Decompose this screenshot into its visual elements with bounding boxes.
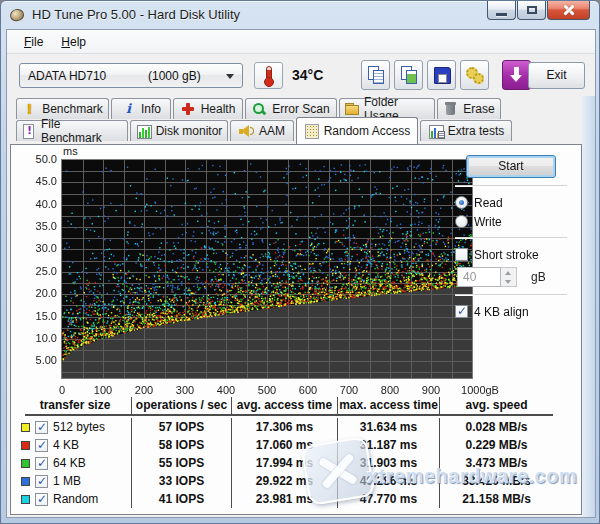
tab-health[interactable]: Health: [173, 98, 243, 119]
cell-operations-per-sec: 41 IOPS: [131, 490, 231, 508]
series-checkbox-4-kb[interactable]: [35, 439, 48, 452]
y-tick-label: 10.0: [15, 332, 57, 344]
cell-avg-speed: 0.028 MB/s: [439, 418, 553, 436]
y-tick-label: 40.0: [15, 198, 57, 210]
disk-monitor-icon: [136, 124, 151, 138]
series-checkbox-512-bytes[interactable]: [35, 421, 48, 434]
series-color-swatch: [21, 477, 30, 486]
y-tick-label: 30.0: [15, 242, 57, 254]
options-button[interactable]: [460, 60, 489, 90]
temperature-value: 34°C: [292, 67, 323, 83]
capture-button[interactable]: [502, 60, 531, 90]
y-tick-label: 50.0: [15, 153, 57, 165]
tab-disk-monitor[interactable]: Disk monitor: [130, 120, 228, 141]
spin-down-icon[interactable]: [501, 277, 516, 286]
column-header-avg-speed: avg. speed: [439, 397, 553, 414]
aam-icon: [239, 124, 254, 138]
chevron-down-icon: [226, 74, 234, 79]
extra-tests-icon: [428, 124, 443, 138]
y-tick-label: 5.00: [15, 354, 57, 366]
sound-wave-icon: [250, 127, 254, 135]
series-label: 512 bytes: [53, 420, 105, 434]
exit-button[interactable]: Exit: [528, 62, 585, 89]
y-tick-label: 25.0: [15, 265, 57, 277]
tab-label: Erase: [463, 102, 494, 116]
series-color-swatch: [21, 423, 30, 432]
column-header-max-access-time: max. access time: [337, 397, 439, 414]
save-button[interactable]: [427, 60, 456, 90]
erase-icon: [443, 102, 458, 116]
random-access-icon: [304, 124, 319, 138]
folder-usage-icon: [344, 102, 359, 116]
tab-label: Info: [141, 102, 161, 116]
series-label: 1 MB: [53, 474, 81, 488]
write-radio[interactable]: [455, 215, 468, 228]
hd-tune-window: HD Tune Pro 5.00 - Hard Disk Utility Fil…: [0, 0, 600, 524]
menu-item-file[interactable]: File: [15, 32, 52, 52]
minimize-button[interactable]: [487, 1, 516, 20]
cell-max-access-time: 31.634 ms: [337, 418, 439, 436]
drive-selector-dropdown[interactable]: ADATA HD710 (1000 gB): [19, 63, 243, 88]
save-icon: [432, 65, 452, 85]
close-button[interactable]: [547, 1, 590, 20]
y-axis-unit-label: ms: [63, 145, 78, 157]
x-tick-label: 900: [407, 384, 455, 396]
cell-operations-per-sec: 33 IOPS: [131, 472, 231, 490]
stroke-size-input[interactable]: [457, 267, 501, 287]
tab-label: File Benchmark: [41, 117, 123, 145]
toolbar: ADATA HD710 (1000 gB) 34°C Exit: [7, 55, 595, 96]
header-rule: [25, 414, 553, 416]
maximize-button[interactable]: [517, 1, 546, 20]
copy-text-icon: [366, 65, 386, 85]
tab-file-benchmark[interactable]: File Benchmark: [16, 120, 128, 141]
watermark-logo: [301, 436, 376, 506]
tab-erase[interactable]: Erase: [437, 98, 501, 119]
watermark-text: xtremehardware.com: [367, 465, 577, 488]
client-area: FileHelp ADATA HD710 (1000 gB) 34°C Exit…: [6, 29, 596, 518]
toolbar-button-group: [361, 60, 531, 90]
short-stroke-checkbox[interactable]: [455, 248, 468, 261]
copy-text-button[interactable]: [361, 60, 390, 90]
tab-benchmark[interactable]: Benchmark: [16, 98, 109, 119]
right-border-strip: [582, 96, 595, 517]
kb-align-checkbox[interactable]: [455, 305, 468, 318]
column-header-operations-sec: operations / sec: [131, 397, 231, 414]
drive-model: ADATA HD710: [28, 69, 106, 83]
thermometer-icon: [261, 66, 277, 86]
start-button[interactable]: Start: [466, 155, 556, 178]
tab-row-2: File BenchmarkDisk monitorAAMRandom Acce…: [16, 120, 512, 144]
tab-error-scan[interactable]: Error Scan: [245, 98, 337, 119]
spin-up-icon[interactable]: [501, 268, 516, 277]
short-stroke-label: Short stroke: [474, 248, 539, 262]
tab-label: Disk monitor: [156, 124, 223, 138]
tab-folder-usage[interactable]: Folder Usage: [339, 98, 435, 119]
cell-operations-per-sec: 55 IOPS: [131, 454, 231, 472]
access-time-scatter-plot: [61, 159, 473, 379]
series-checkbox-64-kb[interactable]: [35, 457, 48, 470]
table-row-label-cell: 1 MB: [19, 472, 131, 490]
tab-info[interactable]: Info: [111, 98, 171, 119]
tab-label: Benchmark: [42, 102, 103, 116]
series-checkbox-1-mb[interactable]: [35, 475, 48, 488]
series-checkbox-random[interactable]: [35, 493, 48, 506]
cell-avg-speed: 0.229 MB/s: [439, 436, 553, 454]
table-row-label-cell: Random: [19, 490, 131, 508]
error-scan-icon: [252, 102, 267, 116]
window-controls: [486, 1, 590, 20]
maximize-icon: [527, 6, 537, 14]
cell-operations-per-sec: 57 IOPS: [131, 418, 231, 436]
copy-image-button[interactable]: [394, 60, 423, 90]
titlebar: HD Tune Pro 5.00 - Hard Disk Utility: [1, 1, 599, 29]
cell-operations-per-sec: 58 IOPS: [131, 436, 231, 454]
y-tick-label: 45.0: [15, 175, 57, 187]
menu-item-help[interactable]: Help: [52, 32, 95, 52]
drive-capacity: (1000 gB): [148, 69, 201, 83]
tab-random-access[interactable]: Random Access: [296, 117, 418, 144]
y-tick-label: 15.0: [15, 310, 57, 322]
temperature-button[interactable]: [254, 62, 283, 89]
read-radio[interactable]: [455, 196, 468, 209]
tab-aam[interactable]: AAM: [230, 120, 294, 141]
menu-bar: FileHelp: [7, 30, 595, 54]
column-header-transfer-size: transfer size: [19, 397, 131, 414]
tab-extra-tests[interactable]: Extra tests: [420, 120, 512, 141]
